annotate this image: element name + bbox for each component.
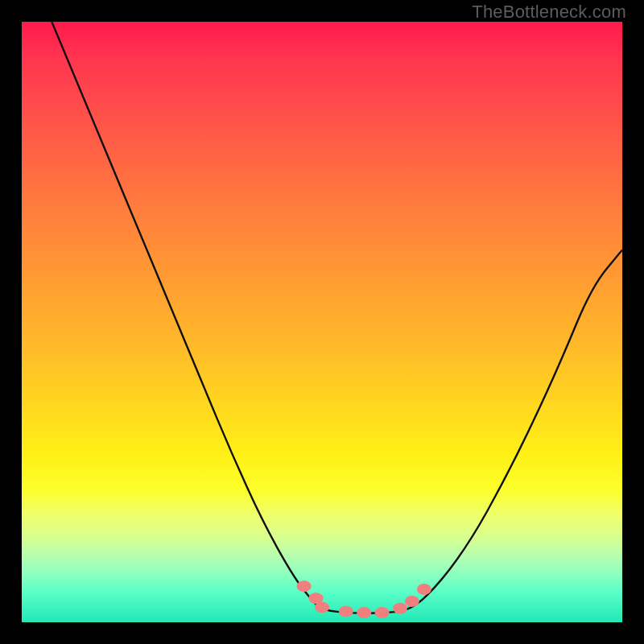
marker-dot xyxy=(315,601,329,613)
watermark-text: TheBottleneck.com xyxy=(472,2,626,23)
marker-dot xyxy=(393,603,407,614)
marker-dot xyxy=(405,596,419,607)
marker-dot xyxy=(297,580,312,592)
markers-group xyxy=(297,580,431,618)
marker-dot xyxy=(357,607,371,618)
marker-dot xyxy=(375,607,390,618)
marker-dot xyxy=(417,584,431,595)
marker-dot xyxy=(339,606,353,617)
chart-frame: TheBottleneck.com xyxy=(0,0,644,644)
bottleneck-curve xyxy=(52,22,622,613)
curve-svg xyxy=(22,22,622,622)
plot-area xyxy=(22,22,622,622)
